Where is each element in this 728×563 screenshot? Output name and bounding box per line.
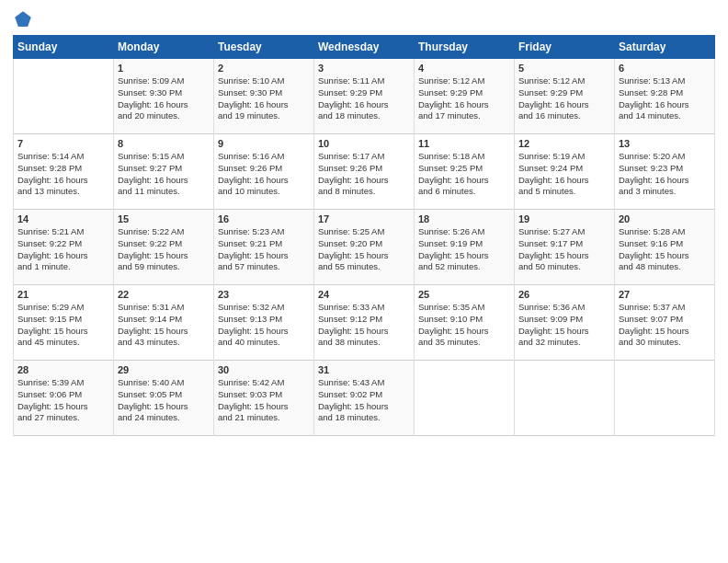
calendar-cell: 25Sunrise: 5:35 AM Sunset: 9:10 PM Dayli… (415, 285, 515, 361)
cell-content: Sunrise: 5:28 AM Sunset: 9:16 PM Dayligh… (619, 226, 711, 273)
cell-content: Sunrise: 5:12 AM Sunset: 9:29 PM Dayligh… (418, 75, 510, 122)
calendar-cell: 29Sunrise: 5:40 AM Sunset: 9:05 PM Dayli… (114, 361, 214, 436)
day-number: 21 (17, 289, 109, 300)
cell-content: Sunrise: 5:21 AM Sunset: 9:22 PM Dayligh… (17, 226, 109, 273)
logo-icon (13, 9, 33, 29)
day-number: 10 (318, 138, 410, 149)
calendar-cell (615, 361, 715, 436)
day-header-sunday: Sunday (14, 36, 114, 59)
week-row-2: 7Sunrise: 5:14 AM Sunset: 9:28 PM Daylig… (14, 134, 715, 210)
day-number: 1 (118, 63, 210, 74)
calendar-cell: 22Sunrise: 5:31 AM Sunset: 9:14 PM Dayli… (114, 285, 214, 361)
cell-content: Sunrise: 5:43 AM Sunset: 9:02 PM Dayligh… (318, 377, 410, 424)
calendar-cell: 23Sunrise: 5:32 AM Sunset: 9:13 PM Dayli… (214, 285, 314, 361)
cell-content: Sunrise: 5:13 AM Sunset: 9:28 PM Dayligh… (619, 75, 711, 122)
day-number: 14 (17, 213, 109, 224)
svg-marker-1 (17, 13, 30, 26)
cell-content: Sunrise: 5:15 AM Sunset: 9:27 PM Dayligh… (118, 151, 210, 198)
cell-content: Sunrise: 5:17 AM Sunset: 9:26 PM Dayligh… (318, 151, 410, 198)
cell-content: Sunrise: 5:19 AM Sunset: 9:24 PM Dayligh… (518, 151, 610, 198)
day-number: 15 (118, 213, 210, 224)
calendar-cell: 8Sunrise: 5:15 AM Sunset: 9:27 PM Daylig… (114, 134, 214, 210)
day-number: 29 (118, 364, 210, 375)
day-number: 3 (318, 63, 410, 74)
week-row-5: 28Sunrise: 5:39 AM Sunset: 9:06 PM Dayli… (14, 361, 715, 436)
logo (13, 9, 37, 29)
cell-content: Sunrise: 5:16 AM Sunset: 9:26 PM Dayligh… (218, 151, 310, 198)
cell-content: Sunrise: 5:37 AM Sunset: 9:07 PM Dayligh… (619, 302, 711, 349)
calendar-cell: 17Sunrise: 5:25 AM Sunset: 9:20 PM Dayli… (314, 210, 415, 285)
header (13, 9, 715, 29)
calendar-cell (415, 361, 515, 436)
cell-content: Sunrise: 5:26 AM Sunset: 9:19 PM Dayligh… (418, 226, 510, 273)
cell-content: Sunrise: 5:11 AM Sunset: 9:29 PM Dayligh… (318, 75, 410, 122)
day-header-friday: Friday (515, 36, 615, 59)
calendar-cell: 15Sunrise: 5:22 AM Sunset: 9:22 PM Dayli… (114, 210, 214, 285)
day-number: 28 (17, 364, 109, 375)
day-number: 20 (619, 213, 711, 224)
cell-content: Sunrise: 5:23 AM Sunset: 9:21 PM Dayligh… (218, 226, 310, 273)
calendar-cell: 28Sunrise: 5:39 AM Sunset: 9:06 PM Dayli… (14, 361, 114, 436)
day-number: 25 (418, 289, 510, 300)
calendar-table: SundayMondayTuesdayWednesdayThursdayFrid… (13, 35, 715, 436)
day-number: 16 (218, 213, 310, 224)
cell-content: Sunrise: 5:25 AM Sunset: 9:20 PM Dayligh… (318, 226, 410, 273)
day-header-tuesday: Tuesday (214, 36, 314, 59)
cell-content: Sunrise: 5:29 AM Sunset: 9:15 PM Dayligh… (17, 302, 109, 349)
day-header-thursday: Thursday (415, 36, 515, 59)
cell-content: Sunrise: 5:32 AM Sunset: 9:13 PM Dayligh… (218, 302, 310, 349)
day-header-saturday: Saturday (615, 36, 715, 59)
day-header-monday: Monday (114, 36, 214, 59)
calendar-cell: 5Sunrise: 5:12 AM Sunset: 9:29 PM Daylig… (515, 59, 615, 134)
cell-content: Sunrise: 5:20 AM Sunset: 9:23 PM Dayligh… (619, 151, 711, 198)
cell-content: Sunrise: 5:18 AM Sunset: 9:25 PM Dayligh… (418, 151, 510, 198)
calendar-cell: 27Sunrise: 5:37 AM Sunset: 9:07 PM Dayli… (615, 285, 715, 361)
day-number: 7 (17, 138, 109, 149)
calendar-cell: 14Sunrise: 5:21 AM Sunset: 9:22 PM Dayli… (14, 210, 114, 285)
cell-content: Sunrise: 5:10 AM Sunset: 9:30 PM Dayligh… (218, 75, 310, 122)
day-number: 6 (619, 63, 711, 74)
calendar-cell: 26Sunrise: 5:36 AM Sunset: 9:09 PM Dayli… (515, 285, 615, 361)
week-row-4: 21Sunrise: 5:29 AM Sunset: 9:15 PM Dayli… (14, 285, 715, 361)
calendar-cell: 12Sunrise: 5:19 AM Sunset: 9:24 PM Dayli… (515, 134, 615, 210)
calendar-cell: 6Sunrise: 5:13 AM Sunset: 9:28 PM Daylig… (615, 59, 715, 134)
calendar-cell (14, 59, 114, 134)
day-number: 11 (418, 138, 510, 149)
calendar-cell: 19Sunrise: 5:27 AM Sunset: 9:17 PM Dayli… (515, 210, 615, 285)
cell-content: Sunrise: 5:27 AM Sunset: 9:17 PM Dayligh… (518, 226, 610, 273)
day-number: 4 (418, 63, 510, 74)
calendar-cell: 30Sunrise: 5:42 AM Sunset: 9:03 PM Dayli… (214, 361, 314, 436)
cell-content: Sunrise: 5:40 AM Sunset: 9:05 PM Dayligh… (118, 377, 210, 424)
day-number: 22 (118, 289, 210, 300)
calendar-cell: 13Sunrise: 5:20 AM Sunset: 9:23 PM Dayli… (615, 134, 715, 210)
cell-content: Sunrise: 5:36 AM Sunset: 9:09 PM Dayligh… (518, 302, 610, 349)
calendar-cell: 3Sunrise: 5:11 AM Sunset: 9:29 PM Daylig… (314, 59, 415, 134)
calendar-cell: 21Sunrise: 5:29 AM Sunset: 9:15 PM Dayli… (14, 285, 114, 361)
day-number: 8 (118, 138, 210, 149)
week-row-3: 14Sunrise: 5:21 AM Sunset: 9:22 PM Dayli… (14, 210, 715, 285)
week-row-1: 1Sunrise: 5:09 AM Sunset: 9:30 PM Daylig… (14, 59, 715, 134)
day-number: 12 (518, 138, 610, 149)
cell-content: Sunrise: 5:35 AM Sunset: 9:10 PM Dayligh… (418, 302, 510, 349)
cell-content: Sunrise: 5:14 AM Sunset: 9:28 PM Dayligh… (17, 151, 109, 198)
cell-content: Sunrise: 5:33 AM Sunset: 9:12 PM Dayligh… (318, 302, 410, 349)
cell-content: Sunrise: 5:22 AM Sunset: 9:22 PM Dayligh… (118, 226, 210, 273)
cell-content: Sunrise: 5:09 AM Sunset: 9:30 PM Dayligh… (118, 75, 210, 122)
day-number: 18 (418, 213, 510, 224)
cell-content: Sunrise: 5:42 AM Sunset: 9:03 PM Dayligh… (218, 377, 310, 424)
day-number: 26 (518, 289, 610, 300)
day-number: 9 (218, 138, 310, 149)
calendar-cell: 31Sunrise: 5:43 AM Sunset: 9:02 PM Dayli… (314, 361, 415, 436)
calendar-cell: 7Sunrise: 5:14 AM Sunset: 9:28 PM Daylig… (14, 134, 114, 210)
calendar-cell: 10Sunrise: 5:17 AM Sunset: 9:26 PM Dayli… (314, 134, 415, 210)
day-number: 17 (318, 213, 410, 224)
cell-content: Sunrise: 5:31 AM Sunset: 9:14 PM Dayligh… (118, 302, 210, 349)
calendar-cell: 2Sunrise: 5:10 AM Sunset: 9:30 PM Daylig… (214, 59, 314, 134)
calendar-cell: 9Sunrise: 5:16 AM Sunset: 9:26 PM Daylig… (214, 134, 314, 210)
day-number: 23 (218, 289, 310, 300)
day-number: 5 (518, 63, 610, 74)
day-number: 31 (318, 364, 410, 375)
calendar-cell: 20Sunrise: 5:28 AM Sunset: 9:16 PM Dayli… (615, 210, 715, 285)
calendar-cell: 18Sunrise: 5:26 AM Sunset: 9:19 PM Dayli… (415, 210, 515, 285)
day-number: 30 (218, 364, 310, 375)
